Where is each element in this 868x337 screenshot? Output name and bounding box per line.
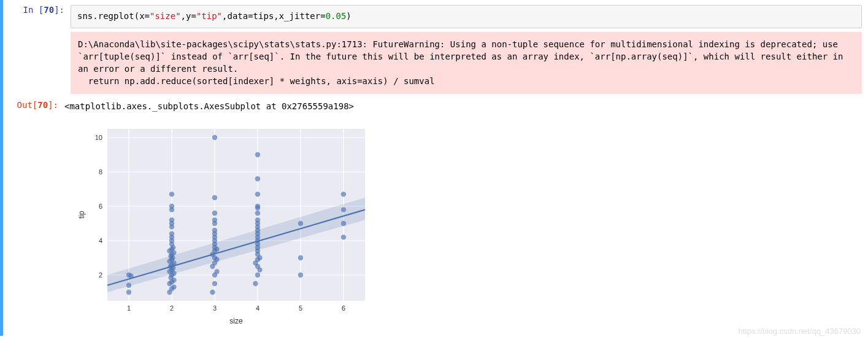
svg-point-102: [341, 207, 346, 212]
svg-point-49: [169, 204, 174, 209]
in-label: In [: [23, 5, 44, 15]
svg-text:5: 5: [299, 304, 302, 312]
svg-point-97: [298, 273, 303, 277]
svg-point-67: [212, 228, 217, 233]
svg-text:2: 2: [170, 304, 174, 312]
svg-point-99: [298, 221, 303, 226]
svg-text:tip: tip: [77, 211, 86, 219]
svg-point-51: [210, 290, 215, 295]
svg-point-69: [212, 217, 217, 222]
svg-point-13: [126, 290, 131, 295]
svg-point-74: [255, 273, 260, 277]
code-input[interactable]: sns.regplot(x="size",y="tip",data=tips,x…: [71, 5, 862, 28]
output-row: Out[70]: <matplotlib.axes._subplots.Axes…: [71, 100, 862, 112]
svg-point-91: [255, 211, 260, 215]
svg-point-90: [255, 217, 260, 222]
svg-text:1: 1: [127, 304, 131, 312]
output-prompt: Out[70]:: [3, 100, 64, 112]
svg-point-73: [253, 281, 258, 286]
cell-content: sns.regplot(x="size",y="tip",data=tips,x…: [71, 5, 862, 328]
svg-point-94: [255, 192, 260, 196]
svg-text:size: size: [229, 317, 243, 325]
svg-text:2: 2: [99, 271, 102, 279]
svg-point-14: [126, 282, 131, 287]
svg-point-98: [298, 255, 303, 260]
svg-point-96: [255, 152, 260, 157]
svg-point-47: [169, 217, 174, 222]
stderr-output: D:\Anaconda\lib\site-packages\scipy\stat…: [71, 32, 862, 94]
svg-text:10: 10: [95, 134, 102, 141]
plot-output: 123456246810sizetip: [71, 120, 862, 328]
svg-point-50: [169, 192, 174, 196]
svg-point-93: [255, 204, 260, 209]
svg-point-103: [341, 192, 346, 196]
svg-point-54: [214, 269, 219, 274]
svg-point-70: [212, 211, 217, 215]
svg-text:6: 6: [342, 304, 345, 312]
svg-point-44: [169, 231, 174, 236]
svg-point-100: [341, 234, 346, 239]
notebook-cell: In [70]: sns.regplot(x="size",y="tip",da…: [0, 0, 868, 336]
chart-svg: 123456246810sizetip: [71, 120, 377, 328]
svg-point-72: [212, 135, 217, 140]
repr-output: <matplotlib.axes._subplots.AxesSubplot a…: [64, 100, 354, 112]
svg-point-95: [255, 176, 260, 181]
svg-text:3: 3: [213, 304, 217, 312]
svg-point-52: [212, 281, 217, 286]
regplot: 123456246810sizetip: [71, 120, 377, 328]
svg-point-16: [128, 273, 133, 278]
svg-text:4: 4: [99, 237, 102, 244]
svg-text:8: 8: [99, 168, 102, 176]
svg-point-101: [341, 221, 346, 226]
svg-point-19: [171, 284, 176, 289]
svg-point-71: [212, 195, 217, 200]
input-prompt: In [70]:: [9, 5, 71, 328]
svg-text:6: 6: [99, 203, 102, 210]
svg-text:4: 4: [256, 304, 259, 312]
